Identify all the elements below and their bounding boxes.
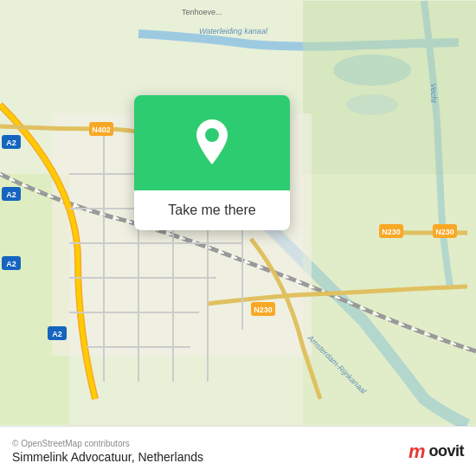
copyright-text: © OpenStreetMap contributors bbox=[12, 439, 203, 448]
moovit-text: oovit bbox=[429, 442, 465, 460]
location-name: Simmelink Advocatuur, Netherlands bbox=[12, 450, 203, 464]
popup-header bbox=[134, 95, 290, 190]
moovit-logo: m oovit bbox=[408, 441, 464, 463]
svg-text:Vecht: Vecht bbox=[429, 83, 438, 103]
svg-text:A2: A2 bbox=[6, 260, 16, 268]
moovit-m-letter: m bbox=[408, 441, 426, 463]
svg-text:A2: A2 bbox=[6, 138, 16, 147]
svg-text:Waterleiding kanaal: Waterleiding kanaal bbox=[199, 27, 268, 35]
popup-body: Take me there bbox=[134, 190, 290, 230]
svg-text:Tenhoeve...: Tenhoeve... bbox=[182, 8, 222, 16]
location-pin-icon bbox=[193, 118, 231, 168]
svg-text:N230: N230 bbox=[254, 306, 273, 314]
svg-text:N230: N230 bbox=[435, 228, 454, 236]
svg-rect-4 bbox=[303, 174, 476, 425]
footer: © OpenStreetMap contributors Simmelink A… bbox=[0, 426, 476, 476]
svg-point-38 bbox=[205, 128, 219, 142]
footer-left: © OpenStreetMap contributors Simmelink A… bbox=[12, 439, 203, 464]
take-me-there-button[interactable]: Take me there bbox=[148, 203, 276, 218]
svg-text:N402: N402 bbox=[92, 125, 111, 134]
svg-text:A2: A2 bbox=[52, 330, 62, 338]
map-container: A2 A2 A2 A2 N402 N230 N230 N230 Waterlei… bbox=[0, 0, 476, 426]
app: A2 A2 A2 A2 N402 N230 N230 N230 Waterlei… bbox=[0, 0, 476, 476]
svg-rect-3 bbox=[303, 1, 476, 174]
svg-text:A2: A2 bbox=[6, 190, 16, 199]
svg-text:N230: N230 bbox=[382, 228, 401, 236]
popup-card: Take me there bbox=[134, 95, 290, 230]
